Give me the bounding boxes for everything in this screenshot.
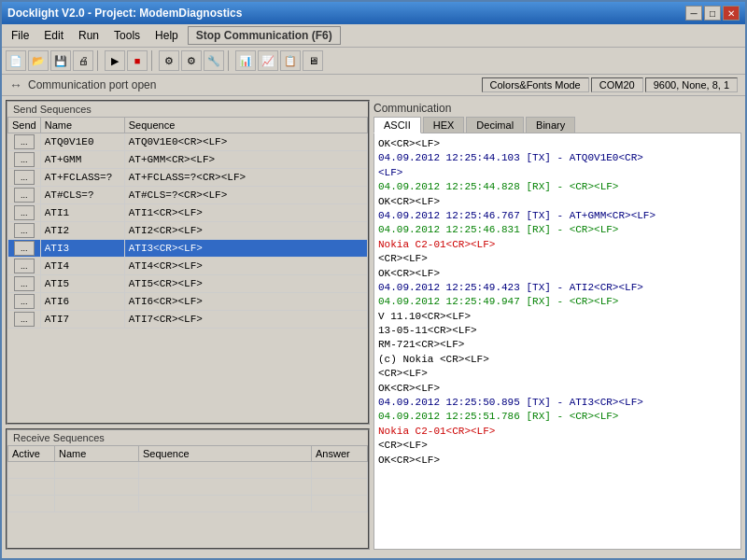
send-seq-row[interactable]: ... ATI3 ATI3<CR><LF> <box>8 240 368 258</box>
port-status-text: Communication port open <box>28 78 156 91</box>
menu-run[interactable]: Run <box>73 27 105 44</box>
seq-name-cell: ATI2 <box>40 222 124 240</box>
send-btn-cell[interactable]: ... <box>8 204 41 222</box>
send-seq-row[interactable]: ... ATI4 ATI4<CR><LF> <box>8 258 368 275</box>
send-seq-row[interactable]: ... ATI7 ATI7<CR><LF> <box>8 311 368 329</box>
send-btn-cell[interactable]: ... <box>8 169 41 187</box>
open-button[interactable]: 📂 <box>28 50 49 71</box>
menu-edit[interactable]: Edit <box>38 27 69 44</box>
seq-name-cell: ATI1 <box>40 204 124 222</box>
recv-col-name: Name <box>55 446 139 462</box>
tab-decimal[interactable]: Decimal <box>466 117 524 133</box>
send-btn-cell[interactable]: ... <box>8 187 41 204</box>
tool6-button[interactable]: 📊 <box>235 50 256 71</box>
send-row-button[interactable]: ... <box>14 312 35 327</box>
recv-answer-cell <box>312 479 368 496</box>
send-seq-row[interactable]: ... ATI2 ATI2<CR><LF> <box>8 222 368 240</box>
send-btn-cell[interactable]: ... <box>8 258 41 275</box>
close-button[interactable]: ✕ <box>723 6 740 21</box>
send-seq-row[interactable]: ... AT#CLS=? AT#CLS=?<CR><LF> <box>8 187 368 204</box>
stop-button[interactable]: ■ <box>127 50 148 71</box>
recv-col-answer: Answer <box>312 446 368 462</box>
seq-name-cell: ATI6 <box>40 293 124 311</box>
receive-sequences-panel: Receive Sequences Active Name Sequence A… <box>6 428 370 550</box>
recv-col-active: Active <box>8 446 55 462</box>
seq-value-cell: ATI5<CR><LF> <box>124 275 367 293</box>
send-row-button[interactable]: ... <box>14 205 35 220</box>
send-row-button[interactable]: ... <box>14 294 35 309</box>
recv-seq-row[interactable] <box>8 462 368 479</box>
comm-line: OK<CR><LF> <box>378 454 737 468</box>
separator-1 <box>97 50 101 71</box>
send-btn-cell[interactable]: ... <box>8 240 41 258</box>
send-row-button[interactable]: ... <box>14 188 35 203</box>
send-row-button[interactable]: ... <box>14 259 35 273</box>
send-seq-row[interactable]: ... ATI5 ATI5<CR><LF> <box>8 275 368 293</box>
tab-binary[interactable]: Binary <box>526 117 575 133</box>
seq-value-cell: ATI4<CR><LF> <box>124 258 367 275</box>
send-btn-cell[interactable]: ... <box>8 133 41 151</box>
new-button[interactable]: 📄 <box>6 50 26 71</box>
receive-sequences-table: Active Name Sequence Answer <box>7 445 368 512</box>
communication-label: Communication <box>374 100 741 117</box>
tool7-button[interactable]: 📈 <box>258 50 278 71</box>
comm-line: 04.09.2012 12:25:50.895 [TX] - ATI3<CR><… <box>378 396 737 410</box>
right-panel: Communication ASCII HEX Decimal Binary O… <box>374 100 741 550</box>
stop-communication-button[interactable]: Stop Communication (F6) <box>188 26 341 45</box>
send-sequences-table-container: Send Name Sequence ... ATQ0V1E0 ATQ0V1E0… <box>7 117 368 423</box>
comm-line: Nokia C2-01<CR><LF> <box>378 238 737 252</box>
send-seq-row[interactable]: ... ATI1 ATI1<CR><LF> <box>8 204 368 222</box>
recv-seq-row[interactable] <box>8 496 368 512</box>
send-seq-row[interactable]: ... AT+GMM AT+GMM<CR><LF> <box>8 151 368 169</box>
save-button[interactable]: 💾 <box>50 50 71 71</box>
send-btn-cell[interactable]: ... <box>8 151 41 169</box>
minimize-button[interactable]: ─ <box>685 6 702 21</box>
communication-area[interactable]: OK<CR><LF> 04.09.2012 12:25:44.103 [TX] … <box>374 133 741 550</box>
send-sequences-title: Send Sequences <box>7 102 368 117</box>
tool9-button[interactable]: 🖥 <box>303 50 323 71</box>
menu-help[interactable]: Help <box>149 27 184 44</box>
tool4-button[interactable]: ⚙ <box>181 50 202 71</box>
send-row-button[interactable]: ... <box>14 223 35 238</box>
comm-line: <LF> <box>378 166 737 180</box>
send-btn-cell[interactable]: ... <box>8 293 41 311</box>
send-row-button[interactable]: ... <box>14 134 35 149</box>
toolbar: 📄 📂 💾 🖨 ▶ ■ ⚙ ⚙ 🔧 📊 📈 📋 🖥 <box>2 48 745 75</box>
send-row-button[interactable]: ... <box>14 170 35 185</box>
comm-line: (c) Nokia <CR><LF> <box>378 353 737 367</box>
print-button[interactable]: 🖨 <box>73 50 93 71</box>
send-row-button[interactable]: ... <box>14 276 35 291</box>
comm-line: <CR><LF> <box>378 367 737 381</box>
send-btn-cell[interactable]: ... <box>8 222 41 240</box>
send-row-button[interactable]: ... <box>14 152 35 167</box>
baud-rate-box: 9600, None, 8, 1 <box>645 77 738 92</box>
recv-seq-row[interactable] <box>8 479 368 496</box>
recv-name-cell <box>55 496 139 512</box>
send-btn-cell[interactable]: ... <box>8 311 41 329</box>
comm-line: OK<CR><LF> <box>378 267 737 281</box>
menu-file[interactable]: File <box>6 27 35 44</box>
send-btn-cell[interactable]: ... <box>8 275 41 293</box>
recv-col-sequence: Sequence <box>139 446 312 462</box>
menu-tools[interactable]: Tools <box>108 27 146 44</box>
tool5-button[interactable]: 🔧 <box>204 50 224 71</box>
tool3-button[interactable]: ⚙ <box>159 50 179 71</box>
tab-ascii[interactable]: ASCII <box>374 117 421 133</box>
seq-name-cell: ATI7 <box>40 311 124 329</box>
comm-line: 04.09.2012 12:25:44.103 [TX] - ATQ0V1E0<… <box>378 151 737 165</box>
comm-line: <CR><LF> <box>378 252 737 266</box>
tab-hex[interactable]: HEX <box>423 117 465 133</box>
seq-value-cell: ATQ0V1E0<CR><LF> <box>124 133 367 151</box>
send-row-button[interactable]: ... <box>14 241 35 256</box>
seq-name-cell: ATI5 <box>40 275 124 293</box>
send-seq-row[interactable]: ... ATQ0V1E0 ATQ0V1E0<CR><LF> <box>8 133 368 151</box>
seq-value-cell: ATI2<CR><LF> <box>124 222 367 240</box>
recv-active-cell <box>8 496 55 512</box>
tool8-button[interactable]: 📋 <box>280 50 301 71</box>
send-seq-row[interactable]: ... ATI6 ATI6<CR><LF> <box>8 293 368 311</box>
comm-line: 04.09.2012 12:25:49.947 [RX] - <CR><LF> <box>378 295 737 309</box>
status-bar: ↔ Communication port open Colors&Fonts M… <box>2 75 745 96</box>
play-button[interactable]: ▶ <box>105 50 125 71</box>
send-seq-row[interactable]: ... AT+FCLASS=? AT+FCLASS=?<CR><LF> <box>8 169 368 187</box>
maximize-button[interactable]: □ <box>704 6 721 21</box>
